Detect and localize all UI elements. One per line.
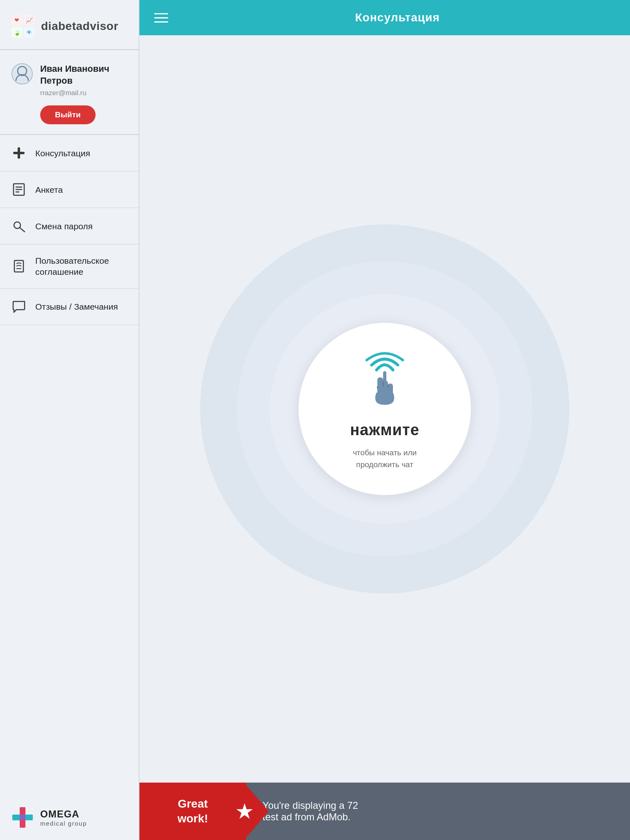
ad-left: Greatwork! ★: [139, 783, 246, 840]
ad-text: You're displaying a 72test ad from AdMob…: [262, 800, 358, 822]
svg-rect-9: [14, 260, 23, 272]
logo-eye-icon: 👁: [24, 27, 34, 38]
tap-sublabel: чтобы начать илипродолжить чат: [353, 447, 417, 470]
sidebar-item-password[interactable]: Смена пароля: [0, 208, 139, 244]
ad-banner: Greatwork! ★ You're displaying a 72test …: [139, 783, 630, 840]
avatar: [11, 63, 33, 84]
main-content: Консультация: [139, 0, 630, 840]
svg-rect-13: [20, 815, 25, 820]
omega-name: OMEGA: [40, 808, 87, 820]
sidebar-item-agreement[interactable]: Пользовательское соглашение: [0, 244, 139, 289]
sidebar-item-anketa-label: Анкета: [35, 184, 63, 195]
sidebar-item-consultation-label: Консультация: [35, 148, 90, 159]
logo-leaf-icon: 🍃: [11, 27, 22, 38]
password-icon: [11, 219, 26, 233]
nav-menu: Консультация Анкета Смена пароля: [0, 135, 139, 795]
logo-area: ❤ 📈 🍃 👁 diabetadvisor: [0, 0, 139, 50]
svg-rect-2: [13, 152, 25, 154]
tap-label: нажмите: [350, 421, 419, 439]
logo-graph-icon: 📈: [24, 15, 34, 25]
sidebar-item-feedback-label: Отзывы / Замечания: [35, 301, 118, 312]
svg-line-8: [20, 228, 25, 232]
sidebar: ❤ 📈 🍃 👁 diabetadvisor Иван Иванович Петр…: [0, 0, 139, 840]
user-info: Иван Иванович Петров rrazer@mail.ru Выйт…: [40, 63, 110, 124]
agreement-icon: [11, 259, 26, 274]
sidebar-item-feedback[interactable]: Отзывы / Замечания: [0, 289, 139, 325]
top-bar: Консультация: [139, 0, 630, 35]
ad-right: You're displaying a 72test ad from AdMob…: [246, 800, 630, 823]
user-email: rrazer@mail.ru: [40, 89, 110, 97]
omega-logo-area: OMEGA medical group: [0, 795, 139, 840]
page-title: Консультация: [180, 11, 615, 24]
sidebar-item-consultation[interactable]: Консультация: [0, 135, 139, 171]
logo-heart-icon: ❤: [11, 15, 22, 25]
app-name: diabetadvisor: [41, 20, 119, 33]
consultation-icon: [11, 146, 26, 160]
svg-rect-14: [20, 807, 25, 810]
app-logo-icons: ❤ 📈 🍃 👁: [11, 15, 34, 38]
omega-text: OMEGA medical group: [40, 808, 87, 827]
sidebar-item-anketa[interactable]: Анкета: [0, 171, 139, 208]
svg-rect-15: [20, 825, 25, 828]
sidebar-item-password-label: Смена пароля: [35, 221, 93, 232]
svg-point-0: [18, 66, 27, 75]
omega-cross-icon: [11, 806, 34, 829]
svg-rect-17: [30, 815, 33, 820]
omega-subtitle: medical group: [40, 820, 87, 827]
user-area: Иван Иванович Петров rrazer@mail.ru Выйт…: [0, 50, 139, 135]
consultation-area: нажмите чтобы начать илипродолжить чат: [139, 35, 630, 783]
sidebar-item-agreement-label: Пользовательское соглашение: [35, 255, 127, 278]
anketa-icon: [11, 182, 26, 197]
logout-button[interactable]: Выйти: [40, 105, 96, 124]
tap-button[interactable]: нажмите чтобы начать илипродолжить чат: [299, 323, 471, 495]
svg-rect-16: [12, 815, 15, 820]
ad-great-work: Greatwork!: [178, 797, 208, 826]
user-name: Иван Иванович Петров: [40, 63, 110, 87]
feedback-icon: [11, 299, 26, 314]
tap-hand-icon: [352, 347, 418, 413]
hamburger-menu-icon[interactable]: [154, 13, 168, 23]
